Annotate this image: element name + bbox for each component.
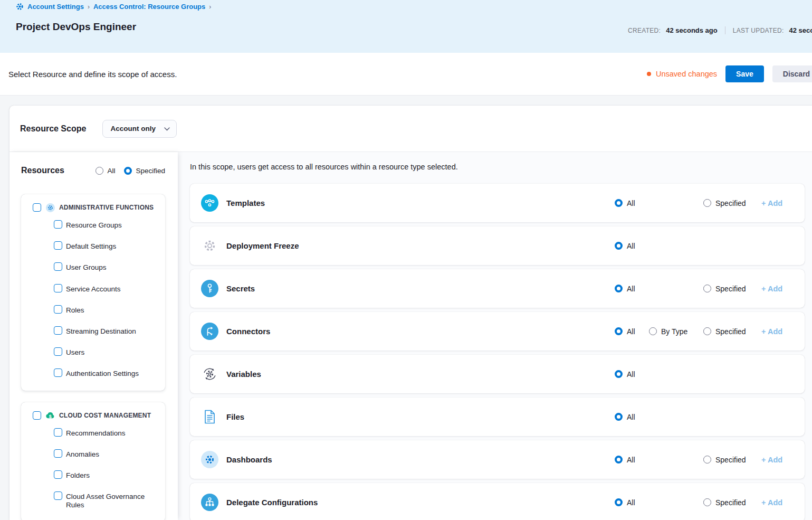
checkbox[interactable] [54,284,62,292]
svg-text:$: $ [49,414,52,419]
checkbox[interactable] [54,470,62,479]
resource-type-rows: Templates AllSpecified+ Add Deployment F… [190,184,805,520]
checkbox[interactable] [54,428,62,437]
resource-scope-dropdown[interactable]: Account only [102,120,177,138]
dashboards-icon [201,451,218,468]
group-checkbox[interactable] [33,203,41,212]
group-label: CLOUD COST MANAGEMENT [59,412,151,419]
breadcrumb: Account Settings › Access Control: Resou… [16,3,211,11]
radio-label: All [627,199,635,207]
radio-icon[interactable] [703,285,711,292]
resource-type-row: Variables All [190,355,805,393]
radio-icon[interactable] [703,498,711,506]
radio-icon[interactable] [703,199,711,207]
radio-label: Specified [715,498,746,507]
resource-scope-header: Resource Scope Account only [9,106,812,152]
discard-button[interactable]: Discard [772,65,812,82]
radio-option-specified[interactable]: Specified [703,498,746,507]
add-link[interactable]: + Add [761,456,782,464]
radio-label: Specified [136,167,165,175]
radio-option-by-type[interactable]: By Type [649,327,687,336]
last-updated-label: LAST UPDATED: [733,27,784,34]
radio-icon[interactable] [615,498,623,506]
resource-type-label: Templates [226,198,265,207]
resource-checkbox-item[interactable]: Roles [21,299,165,320]
radio-option-all[interactable]: All [615,370,635,379]
resource-checkbox-item[interactable]: Cloud Asset Governance Rules [21,486,165,515]
radio-option-specified[interactable]: Specified [703,199,746,207]
radio-label: All [627,327,635,336]
add-link[interactable]: + Add [761,199,782,207]
radio-icon[interactable] [615,285,623,292]
radio-option-all[interactable]: All [615,327,635,336]
radio-option-all[interactable]: All [615,242,635,250]
sidebar-group-header[interactable]: ADMINISTRATIVE FUNCTIONS [21,200,165,214]
resource-checkbox-item[interactable]: Anomalies [21,443,165,465]
radio-option-all[interactable]: All [615,199,635,207]
save-button[interactable]: Save [725,65,764,82]
breadcrumb-resource-groups[interactable]: Access Control: Resource Groups [93,3,205,11]
files-icon [201,408,218,426]
radio-option-specified[interactable]: Specified [703,285,746,293]
checkbox[interactable] [54,347,62,356]
checkbox[interactable] [54,305,62,314]
add-link[interactable]: + Add [761,327,782,336]
radio-option-all[interactable]: All [615,285,635,293]
checkbox[interactable] [54,241,62,250]
resource-group-card: Resource Scope Account only Resources Al… [9,106,812,520]
radio-option-all[interactable]: All [615,456,635,464]
radio-icon[interactable] [615,327,623,335]
checkbox[interactable] [54,326,62,335]
add-link[interactable]: + Add [761,498,782,507]
checkbox-label: Roles [66,305,84,315]
checkbox[interactable] [54,449,62,458]
resource-type-row: Files All [190,398,805,436]
page-title: Project DevOps Engineer [16,21,136,33]
resource-checkbox-item[interactable]: Authentication Settings [21,363,165,384]
radio-option-specified[interactable]: Specified [703,327,746,336]
radio-option-specified[interactable]: Specified [124,167,165,175]
checkbox[interactable] [54,491,62,500]
resource-checkbox-item[interactable]: Users [21,342,165,363]
checkbox[interactable] [54,220,62,229]
radio-icon[interactable] [615,456,623,464]
radio-icon[interactable] [615,413,623,421]
group-items: RecommendationsAnomaliesFoldersCloud Ass… [21,422,165,516]
checkbox[interactable] [54,368,62,377]
resource-checkbox-item[interactable]: Recommendations [21,422,165,443]
sidebar-group-header[interactable]: $ CLOUD COST MANAGEMENT [21,408,165,422]
resource-checkbox-item[interactable]: Default Settings [21,235,165,257]
radio-icon[interactable] [124,167,132,175]
resource-type-label: Files [226,412,244,421]
radio-icon[interactable] [703,456,711,464]
radio-icon[interactable] [615,370,623,378]
radio-label: All [627,285,635,293]
breadcrumb-separator: › [209,3,211,11]
resource-checkbox-item[interactable]: Service Accounts [21,278,165,299]
radio-icon[interactable] [615,242,623,250]
resource-type-label: Connectors [226,327,270,336]
resources-title: Resources [21,166,64,175]
delegate-configurations-icon [201,494,218,511]
radio-icon[interactable] [649,327,657,335]
radio-icon[interactable] [95,167,103,175]
connectors-icon [201,323,218,340]
breadcrumb-account-settings[interactable]: Account Settings [27,3,84,11]
radio-option-all[interactable]: All [615,413,635,421]
radio-option-all[interactable]: All [615,498,635,507]
radio-option-specified[interactable]: Specified [703,456,746,464]
group-checkbox[interactable] [33,411,41,420]
toolbar-description: Select Resource and define its scope of … [8,70,177,79]
radio-icon[interactable] [703,327,711,335]
resource-checkbox-item[interactable]: User Groups [21,257,165,278]
radio-option-all[interactable]: All [95,167,115,175]
radio-icon[interactable] [615,199,623,207]
add-link[interactable]: + Add [761,285,782,293]
sidebar-group-card: $ CLOUD COST MANAGEMENT RecommendationsA… [21,402,165,520]
checkbox[interactable] [54,262,62,271]
scope-detail-pane: In this scope, users get access to all r… [178,152,812,520]
resources-header: Resources All Specified [9,152,178,182]
resource-checkbox-item[interactable]: Folders [21,465,165,486]
resource-checkbox-item[interactable]: Resource Groups [21,214,165,235]
resource-checkbox-item[interactable]: Streaming Destination [21,320,165,342]
